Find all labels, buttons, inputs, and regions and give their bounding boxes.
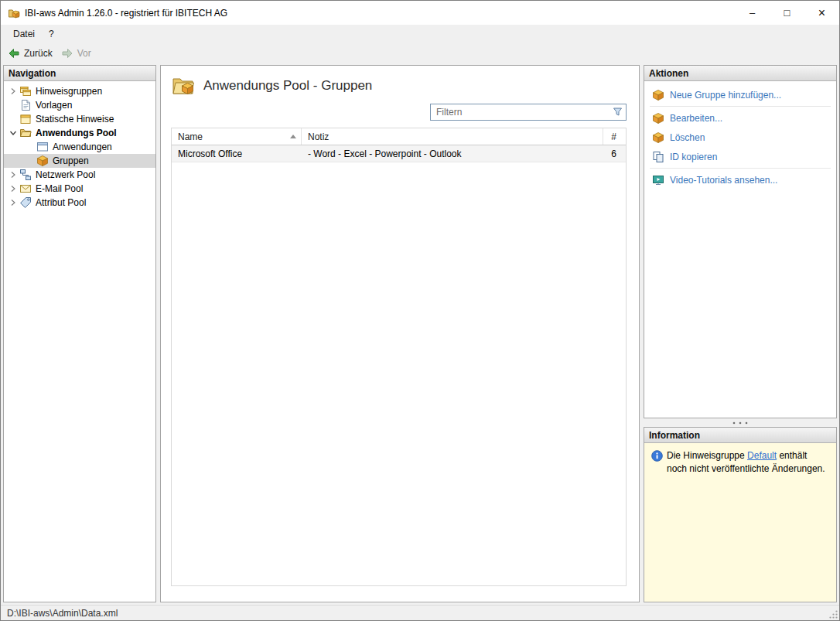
navigation-tree: Hinweisgruppen Vorlagen: [4, 81, 155, 210]
page-title: Anwendungs Pool - Gruppen: [203, 78, 372, 94]
chevron-right-icon[interactable]: [7, 171, 19, 179]
chevron-right-icon[interactable]: [7, 199, 19, 206]
main-panel: Anwendungs Pool - Gruppen: [160, 65, 640, 602]
info-text: Die Hinweisgruppe Default enthält noch n…: [667, 450, 825, 474]
tree-item-vorlagen[interactable]: Vorlagen: [4, 98, 155, 112]
information-header: Information: [644, 428, 836, 443]
tree-label: Hinweisgruppen: [36, 86, 102, 97]
navigation-panel: Navigation Hinweisgruppen: [3, 65, 156, 602]
information-body: Die Hinweisgruppe Default enthält noch n…: [644, 443, 836, 602]
filter-box: [430, 104, 627, 121]
tree-item-netzwerk-pool[interactable]: Netzwerk Pool: [4, 168, 155, 182]
action-label: Bearbeiten...: [670, 113, 722, 124]
app-icon: [8, 7, 20, 19]
tree-item-hinweisgruppen[interactable]: Hinweisgruppen: [4, 84, 155, 98]
templates-icon: [19, 99, 32, 111]
tree-label: E-Mail Pool: [36, 183, 83, 194]
column-label: #: [611, 131, 616, 142]
main-header: Anwendungs Pool - Gruppen: [161, 66, 639, 104]
tree-label: Statische Hinweise: [36, 114, 114, 125]
delete-action[interactable]: Löschen: [644, 128, 836, 147]
forward-arrow-icon: [61, 47, 73, 60]
actions-list: Neue Gruppe hinzufügen... Bearbeiten...: [644, 81, 836, 189]
column-label: Notiz: [308, 131, 329, 142]
chevron-right-icon[interactable]: [7, 185, 19, 193]
cell-name: Microsoft Office: [172, 148, 302, 159]
window-controls: – □ ×: [735, 1, 839, 25]
default-group-link[interactable]: Default: [747, 450, 777, 461]
groups-table: Name Notiz # Microsoft Of: [171, 128, 627, 586]
navigation-header: Navigation: [4, 66, 155, 81]
filter-funnel-icon[interactable]: [613, 107, 623, 117]
applications-pool-icon: [19, 127, 32, 139]
table-header-row: Name Notiz #: [172, 128, 626, 145]
cell-notiz: - Word - Excel - Powerpoint - Outlook: [302, 148, 603, 159]
splitter-grip-icon: [732, 421, 749, 425]
cell-count: 6: [603, 148, 626, 159]
minimize-button[interactable]: –: [735, 1, 770, 25]
delete-group-icon: [652, 131, 664, 144]
back-button[interactable]: Zurück: [5, 46, 59, 61]
toolbar: Zurück Vor: [1, 43, 839, 63]
tree-label: Attribut Pool: [36, 197, 86, 208]
chevron-right-icon[interactable]: [7, 87, 19, 95]
tree-label: Anwendungs Pool: [36, 128, 117, 138]
info-icon: [651, 450, 663, 466]
video-tutorials-action[interactable]: Video-Tutorials ansehen...: [644, 170, 836, 189]
column-header-notiz[interactable]: Notiz: [302, 128, 603, 145]
table-row[interactable]: Microsoft Office - Word - Excel - Powerp…: [172, 145, 626, 162]
tree-item-anwendungen[interactable]: Anwendungen: [4, 140, 155, 154]
menu-help[interactable]: ?: [42, 26, 61, 42]
tree-item-email-pool[interactable]: E-Mail Pool: [4, 182, 155, 196]
sort-asc-icon: [290, 135, 296, 138]
menubar: Datei ?: [1, 25, 839, 43]
attribute-tag-icon: [19, 196, 32, 209]
workspace: Navigation Hinweisgruppen: [1, 63, 839, 605]
app-window: IBI-aws Admin 1.26.0 - registriert für I…: [0, 0, 840, 621]
forward-button[interactable]: Vor: [59, 46, 97, 61]
data-file-path: D:\IBI-aws\Admin\Data.xml: [7, 608, 118, 619]
right-region: Aktionen Neue Gruppe hinzufügen...: [644, 65, 837, 602]
tree-label: Anwendungen: [53, 142, 112, 152]
maximize-icon: □: [784, 8, 790, 18]
column-header-name[interactable]: Name: [172, 128, 302, 145]
application-window-icon: [36, 141, 49, 153]
information-panel: Information Die Hinweisgruppe Default en…: [644, 427, 837, 602]
add-group-action[interactable]: Neue Gruppe hinzufügen...: [644, 85, 836, 104]
menu-datei[interactable]: Datei: [6, 26, 42, 42]
static-notices-icon: [19, 113, 32, 125]
filter-row: [171, 104, 627, 121]
filter-input[interactable]: [430, 104, 627, 121]
copy-icon: [652, 151, 664, 163]
edit-group-icon: [652, 112, 664, 125]
resize-grip[interactable]: [828, 609, 838, 619]
statusbar: D:\IBI-aws\Admin\Data.xml: [1, 605, 839, 620]
actions-separator: [650, 168, 831, 169]
actions-panel: Aktionen Neue Gruppe hinzufügen...: [644, 65, 837, 418]
actions-header: Aktionen: [644, 66, 836, 81]
edit-action[interactable]: Bearbeiten...: [644, 108, 836, 128]
tree-label: Netzwerk Pool: [36, 169, 95, 180]
panel-splitter[interactable]: [644, 418, 837, 427]
notice-groups-icon: [19, 85, 32, 97]
tree-item-anwendungs-pool[interactable]: Anwendungs Pool: [4, 126, 155, 140]
tree-label: Gruppen: [53, 155, 89, 166]
tree-item-attribut-pool[interactable]: Attribut Pool: [4, 196, 155, 210]
copy-id-action[interactable]: ID kopieren: [644, 147, 836, 166]
action-label: Neue Gruppe hinzufügen...: [670, 90, 781, 101]
column-label: Name: [178, 131, 203, 142]
close-icon: ×: [818, 7, 825, 19]
group-cube-icon: [36, 155, 49, 167]
tree-item-statische-hinweise[interactable]: Statische Hinweise: [4, 112, 155, 126]
back-label: Zurück: [24, 48, 53, 59]
column-header-count[interactable]: #: [603, 128, 626, 145]
main-content: Name Notiz # Microsoft Of: [171, 104, 627, 586]
close-button[interactable]: ×: [804, 1, 839, 25]
maximize-button[interactable]: □: [770, 1, 804, 25]
titlebar: IBI-aws Admin 1.26.0 - registriert für I…: [1, 1, 839, 25]
forward-label: Vor: [77, 48, 91, 59]
tree-item-gruppen[interactable]: Gruppen: [4, 154, 155, 168]
chevron-down-icon[interactable]: [7, 129, 19, 137]
add-group-icon: [652, 89, 664, 101]
video-icon: [652, 174, 664, 186]
